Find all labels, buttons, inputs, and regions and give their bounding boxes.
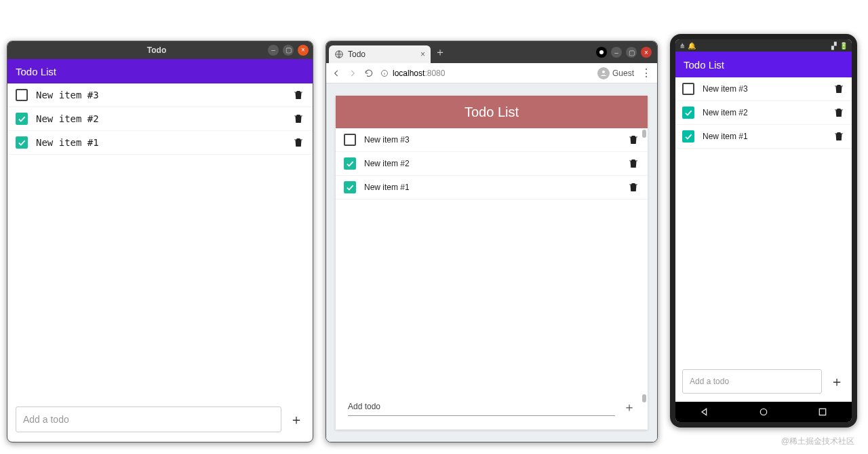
debug-icon: ⋔ xyxy=(679,42,685,50)
trash-icon[interactable] xyxy=(833,130,845,143)
browser-window: Todo × ＋ – ▢ × localhost:8080 Guest ⋮ To… xyxy=(326,41,658,442)
checkbox[interactable] xyxy=(682,130,694,143)
close-icon[interactable]: × xyxy=(420,50,425,59)
maximize-button[interactable]: ▢ xyxy=(283,45,294,56)
home-nav-icon[interactable] xyxy=(758,406,769,417)
trash-icon[interactable] xyxy=(292,113,304,125)
browser-viewport: Todo List New item #3 New item #2 New it… xyxy=(326,83,657,442)
appbar: Todo List xyxy=(336,96,648,128)
desktop-window: Todo – ▢ × Todo List New item #3 New ite… xyxy=(7,41,313,442)
back-nav-icon[interactable] xyxy=(699,406,710,417)
url-port: :8080 xyxy=(425,69,445,78)
todo-row: New item #1 xyxy=(336,176,648,200)
todo-row: New item #3 xyxy=(7,83,313,107)
add-todo-input[interactable]: Add a todo xyxy=(16,406,281,432)
trash-icon[interactable] xyxy=(292,136,304,149)
add-todo-bar: Add todo ＋ xyxy=(336,390,648,430)
todo-label: New item #1 xyxy=(364,183,619,192)
svg-marker-5 xyxy=(702,409,707,415)
close-button[interactable]: × xyxy=(641,47,652,58)
url-host: localhost xyxy=(393,69,425,78)
android-navbar xyxy=(675,402,852,422)
new-tab-button[interactable]: ＋ xyxy=(433,45,447,59)
trash-icon[interactable] xyxy=(833,83,845,95)
reload-icon[interactable] xyxy=(364,69,374,78)
add-button[interactable]: ＋ xyxy=(829,373,845,390)
desktop-titlebar: Todo – ▢ × xyxy=(7,41,313,59)
browser-toolbar: localhost:8080 Guest ⋮ xyxy=(326,63,657,83)
trash-icon[interactable] xyxy=(627,134,639,146)
checkbox[interactable] xyxy=(344,134,356,146)
window-title: Todo xyxy=(45,45,268,55)
svg-point-6 xyxy=(760,409,766,415)
checkbox[interactable] xyxy=(16,113,28,125)
guest-label: Guest xyxy=(612,69,634,78)
todo-row: New item #3 xyxy=(675,77,852,101)
appbar-title: Todo List xyxy=(16,66,56,77)
minimize-button[interactable]: – xyxy=(268,45,279,56)
checkbox[interactable] xyxy=(682,107,694,119)
checkbox[interactable] xyxy=(16,89,28,101)
close-button[interactable]: × xyxy=(298,45,309,56)
todo-label: New item #2 xyxy=(36,113,284,124)
todo-label: New item #1 xyxy=(703,132,825,141)
add-todo-input[interactable]: Add a todo xyxy=(682,369,822,394)
add-button[interactable]: ＋ xyxy=(623,399,635,415)
todo-row: New item #2 xyxy=(336,152,648,176)
maximize-button[interactable]: ▢ xyxy=(626,47,637,58)
todo-label: New item #3 xyxy=(36,90,284,100)
trash-icon[interactable] xyxy=(627,181,639,193)
checkbox[interactable] xyxy=(682,83,694,95)
trash-icon[interactable] xyxy=(627,157,639,170)
todo-label: New item #1 xyxy=(36,137,284,148)
appbar-title: Todo List xyxy=(465,105,519,120)
todo-label: New item #2 xyxy=(364,159,619,168)
menu-icon[interactable]: ⋮ xyxy=(641,67,652,79)
record-indicator xyxy=(596,47,607,58)
status-bar: ⋔ 🔔 ▞ 🔋 xyxy=(675,39,852,52)
todo-label: New item #3 xyxy=(364,135,619,145)
add-button[interactable]: ＋ xyxy=(288,411,304,428)
add-todo-bar: Add a todo ＋ xyxy=(675,364,852,402)
checkbox[interactable] xyxy=(344,181,356,193)
appbar: Todo List xyxy=(7,59,313,83)
bell-icon: 🔔 xyxy=(688,42,696,50)
address-bar[interactable]: localhost:8080 xyxy=(380,69,591,78)
todo-label: New item #2 xyxy=(703,108,825,117)
todo-row: New item #1 xyxy=(675,125,852,149)
recents-nav-icon[interactable] xyxy=(817,406,828,417)
todo-row: New item #3 xyxy=(336,128,648,152)
forward-icon[interactable] xyxy=(348,69,357,78)
todo-row: New item #1 xyxy=(7,131,313,155)
trash-icon[interactable] xyxy=(833,107,845,119)
scrollbar[interactable] xyxy=(642,130,646,402)
todo-list: New item #3 New item #2 New item #1 xyxy=(7,83,313,400)
globe-icon xyxy=(334,50,344,59)
appbar-title: Todo List xyxy=(684,59,724,71)
minimize-button[interactable]: – xyxy=(611,47,622,58)
browser-tab[interactable]: Todo × xyxy=(329,45,431,63)
browser-tabbar: Todo × ＋ – ▢ × xyxy=(326,41,657,63)
add-todo-bar: Add a todo ＋ xyxy=(7,400,313,442)
mobile-frame: ⋔ 🔔 ▞ 🔋 Todo List New item #3 New item #… xyxy=(670,34,857,428)
todo-label: New item #3 xyxy=(703,84,825,94)
checkbox[interactable] xyxy=(344,157,356,170)
back-icon[interactable] xyxy=(332,69,341,78)
web-app: Todo List New item #3 New item #2 New it… xyxy=(336,96,648,430)
info-icon xyxy=(380,69,389,77)
avatar-icon xyxy=(597,67,610,79)
profile-button[interactable]: Guest xyxy=(597,67,634,79)
signal-icon: ▞ xyxy=(831,42,837,50)
tab-title: Todo xyxy=(348,50,366,59)
mobile-screen: ⋔ 🔔 ▞ 🔋 Todo List New item #3 New item #… xyxy=(675,39,852,422)
todo-row: New item #2 xyxy=(675,101,852,125)
todo-row: New item #2 xyxy=(7,107,313,131)
appbar: Todo List xyxy=(675,52,852,77)
add-todo-input[interactable]: Add todo xyxy=(348,398,615,416)
watermark: @稀土掘金技术社区 xyxy=(781,436,854,447)
trash-icon[interactable] xyxy=(292,89,304,101)
checkbox[interactable] xyxy=(16,136,28,149)
svg-point-4 xyxy=(602,71,605,73)
todo-list: New item #3 New item #2 New item #1 xyxy=(336,128,648,390)
svg-rect-7 xyxy=(819,409,825,415)
